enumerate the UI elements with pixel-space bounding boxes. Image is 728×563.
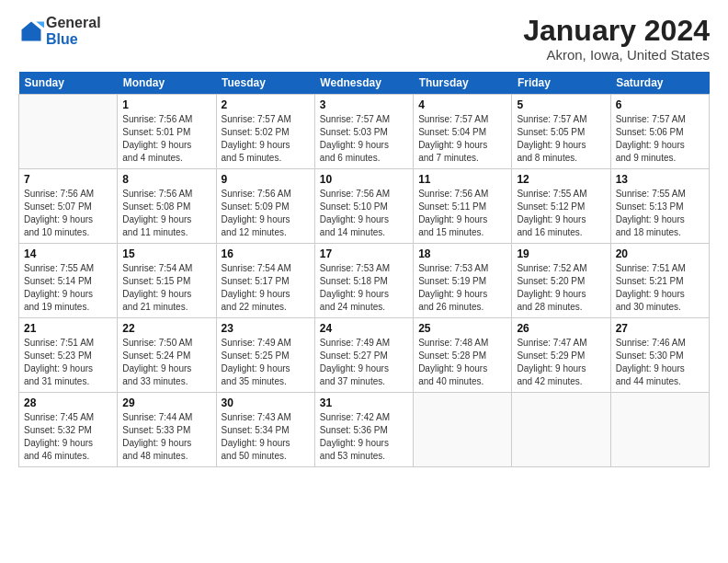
page: General Blue January 2024 Akron, Iowa, U… bbox=[0, 0, 728, 563]
day-number: 20 bbox=[616, 247, 704, 260]
day-info: Sunrise: 7:51 AM Sunset: 5:23 PM Dayligh… bbox=[24, 337, 112, 388]
day-number: 6 bbox=[616, 98, 704, 111]
day-info: Sunrise: 7:54 AM Sunset: 5:15 PM Dayligh… bbox=[122, 262, 210, 314]
day-number: 9 bbox=[222, 173, 310, 186]
calendar-cell: 28Sunrise: 7:45 AM Sunset: 5:32 PM Dayli… bbox=[19, 393, 118, 467]
day-info: Sunrise: 7:55 AM Sunset: 5:12 PM Dayligh… bbox=[517, 188, 605, 239]
calendar-cell: 8Sunrise: 7:56 AM Sunset: 5:08 PM Daylig… bbox=[118, 169, 216, 244]
header-saturday: Saturday bbox=[610, 72, 709, 95]
calendar-cell: 12Sunrise: 7:55 AM Sunset: 5:12 PM Dayli… bbox=[512, 169, 610, 244]
day-number: 25 bbox=[418, 322, 506, 335]
calendar-cell bbox=[414, 393, 512, 467]
calendar-cell: 10Sunrise: 7:56 AM Sunset: 5:10 PM Dayli… bbox=[314, 169, 413, 244]
day-info: Sunrise: 7:45 AM Sunset: 5:32 PM Dayligh… bbox=[24, 411, 112, 463]
day-number: 10 bbox=[320, 173, 408, 186]
day-info: Sunrise: 7:48 AM Sunset: 5:28 PM Dayligh… bbox=[418, 337, 506, 388]
logo-text: General Blue bbox=[46, 15, 101, 47]
week-row-1: 1Sunrise: 7:56 AM Sunset: 5:01 PM Daylig… bbox=[19, 95, 710, 169]
calendar-cell: 5Sunrise: 7:57 AM Sunset: 5:05 PM Daylig… bbox=[512, 95, 610, 169]
day-info: Sunrise: 7:53 AM Sunset: 5:18 PM Dayligh… bbox=[320, 262, 408, 314]
week-row-2: 7Sunrise: 7:56 AM Sunset: 5:07 PM Daylig… bbox=[19, 169, 710, 244]
day-number: 17 bbox=[320, 247, 408, 260]
day-number: 4 bbox=[418, 98, 506, 111]
calendar-cell: 29Sunrise: 7:44 AM Sunset: 5:33 PM Dayli… bbox=[118, 393, 216, 467]
day-number: 19 bbox=[517, 247, 605, 260]
day-number: 30 bbox=[222, 396, 310, 409]
day-info: Sunrise: 7:56 AM Sunset: 5:11 PM Dayligh… bbox=[418, 188, 506, 239]
day-number: 14 bbox=[24, 247, 112, 260]
day-info: Sunrise: 7:46 AM Sunset: 5:30 PM Dayligh… bbox=[616, 337, 704, 388]
day-number: 12 bbox=[517, 173, 605, 186]
day-info: Sunrise: 7:56 AM Sunset: 5:08 PM Dayligh… bbox=[122, 188, 210, 239]
calendar-cell: 16Sunrise: 7:54 AM Sunset: 5:17 PM Dayli… bbox=[216, 244, 314, 318]
calendar-cell: 9Sunrise: 7:56 AM Sunset: 5:09 PM Daylig… bbox=[216, 169, 314, 244]
calendar-cell: 13Sunrise: 7:55 AM Sunset: 5:13 PM Dayli… bbox=[610, 169, 709, 244]
calendar-cell: 25Sunrise: 7:48 AM Sunset: 5:28 PM Dayli… bbox=[414, 318, 512, 393]
calendar-cell: 22Sunrise: 7:50 AM Sunset: 5:24 PM Dayli… bbox=[118, 318, 216, 393]
logo-blue: Blue bbox=[46, 31, 101, 48]
calendar-cell: 4Sunrise: 7:57 AM Sunset: 5:04 PM Daylig… bbox=[414, 95, 512, 169]
day-info: Sunrise: 7:55 AM Sunset: 5:13 PM Dayligh… bbox=[616, 188, 704, 239]
day-info: Sunrise: 7:42 AM Sunset: 5:36 PM Dayligh… bbox=[320, 411, 408, 463]
header-friday: Friday bbox=[512, 72, 610, 95]
calendar-cell: 19Sunrise: 7:52 AM Sunset: 5:20 PM Dayli… bbox=[512, 244, 610, 318]
day-number: 3 bbox=[320, 98, 408, 111]
day-info: Sunrise: 7:56 AM Sunset: 5:01 PM Dayligh… bbox=[122, 113, 210, 165]
day-number: 5 bbox=[517, 98, 605, 111]
header-tuesday: Tuesday bbox=[216, 72, 314, 95]
day-number: 11 bbox=[418, 173, 506, 186]
day-info: Sunrise: 7:54 AM Sunset: 5:17 PM Dayligh… bbox=[222, 262, 310, 314]
day-number: 15 bbox=[122, 247, 210, 260]
day-info: Sunrise: 7:55 AM Sunset: 5:14 PM Dayligh… bbox=[24, 262, 112, 314]
day-number: 26 bbox=[517, 322, 605, 335]
calendar-cell: 11Sunrise: 7:56 AM Sunset: 5:11 PM Dayli… bbox=[414, 169, 512, 244]
calendar-table: Sunday Monday Tuesday Wednesday Thursday… bbox=[18, 72, 710, 467]
week-row-4: 21Sunrise: 7:51 AM Sunset: 5:23 PM Dayli… bbox=[19, 318, 710, 393]
day-info: Sunrise: 7:52 AM Sunset: 5:20 PM Dayligh… bbox=[517, 262, 605, 314]
day-number: 28 bbox=[24, 396, 112, 409]
header: General Blue January 2024 Akron, Iowa, U… bbox=[18, 15, 710, 63]
day-info: Sunrise: 7:51 AM Sunset: 5:21 PM Dayligh… bbox=[616, 262, 704, 314]
day-number: 7 bbox=[24, 173, 112, 186]
calendar-cell: 1Sunrise: 7:56 AM Sunset: 5:01 PM Daylig… bbox=[118, 95, 216, 169]
logo: General Blue bbox=[18, 15, 101, 47]
day-number: 16 bbox=[222, 247, 310, 260]
day-info: Sunrise: 7:50 AM Sunset: 5:24 PM Dayligh… bbox=[122, 337, 210, 388]
day-info: Sunrise: 7:53 AM Sunset: 5:19 PM Dayligh… bbox=[418, 262, 506, 314]
day-number: 18 bbox=[418, 247, 506, 260]
day-number: 27 bbox=[616, 322, 704, 335]
week-row-3: 14Sunrise: 7:55 AM Sunset: 5:14 PM Dayli… bbox=[19, 244, 710, 318]
calendar-cell: 2Sunrise: 7:57 AM Sunset: 5:02 PM Daylig… bbox=[216, 95, 314, 169]
day-number: 2 bbox=[222, 98, 310, 111]
day-info: Sunrise: 7:49 AM Sunset: 5:27 PM Dayligh… bbox=[320, 337, 408, 388]
day-number: 24 bbox=[320, 322, 408, 335]
calendar-cell: 6Sunrise: 7:57 AM Sunset: 5:06 PM Daylig… bbox=[610, 95, 709, 169]
calendar-cell: 24Sunrise: 7:49 AM Sunset: 5:27 PM Dayli… bbox=[314, 318, 413, 393]
calendar-cell: 30Sunrise: 7:43 AM Sunset: 5:34 PM Dayli… bbox=[216, 393, 314, 467]
calendar-cell bbox=[512, 393, 610, 467]
day-info: Sunrise: 7:47 AM Sunset: 5:29 PM Dayligh… bbox=[517, 337, 605, 388]
calendar-cell: 17Sunrise: 7:53 AM Sunset: 5:18 PM Dayli… bbox=[314, 244, 413, 318]
day-info: Sunrise: 7:56 AM Sunset: 5:09 PM Dayligh… bbox=[222, 188, 310, 239]
calendar-subtitle: Akron, Iowa, United States bbox=[523, 47, 710, 63]
header-thursday: Thursday bbox=[414, 72, 512, 95]
day-info: Sunrise: 7:57 AM Sunset: 5:04 PM Dayligh… bbox=[418, 113, 506, 165]
day-number: 8 bbox=[122, 173, 210, 186]
calendar-cell: 14Sunrise: 7:55 AM Sunset: 5:14 PM Dayli… bbox=[19, 244, 118, 318]
day-info: Sunrise: 7:49 AM Sunset: 5:25 PM Dayligh… bbox=[222, 337, 310, 388]
calendar-cell: 18Sunrise: 7:53 AM Sunset: 5:19 PM Dayli… bbox=[414, 244, 512, 318]
header-wednesday: Wednesday bbox=[314, 72, 413, 95]
week-row-5: 28Sunrise: 7:45 AM Sunset: 5:32 PM Dayli… bbox=[19, 393, 710, 467]
calendar-cell bbox=[610, 393, 709, 467]
calendar-cell: 20Sunrise: 7:51 AM Sunset: 5:21 PM Dayli… bbox=[610, 244, 709, 318]
calendar-cell: 7Sunrise: 7:56 AM Sunset: 5:07 PM Daylig… bbox=[19, 169, 118, 244]
day-info: Sunrise: 7:44 AM Sunset: 5:33 PM Dayligh… bbox=[122, 411, 210, 463]
logo-general: General bbox=[46, 15, 101, 31]
day-info: Sunrise: 7:57 AM Sunset: 5:03 PM Dayligh… bbox=[320, 113, 408, 165]
day-info: Sunrise: 7:43 AM Sunset: 5:34 PM Dayligh… bbox=[222, 411, 310, 463]
day-info: Sunrise: 7:57 AM Sunset: 5:02 PM Dayligh… bbox=[222, 113, 310, 165]
title-block: January 2024 Akron, Iowa, United States bbox=[523, 15, 710, 63]
header-row: Sunday Monday Tuesday Wednesday Thursday… bbox=[19, 72, 710, 95]
header-sunday: Sunday bbox=[19, 72, 118, 95]
day-info: Sunrise: 7:56 AM Sunset: 5:07 PM Dayligh… bbox=[24, 188, 112, 239]
